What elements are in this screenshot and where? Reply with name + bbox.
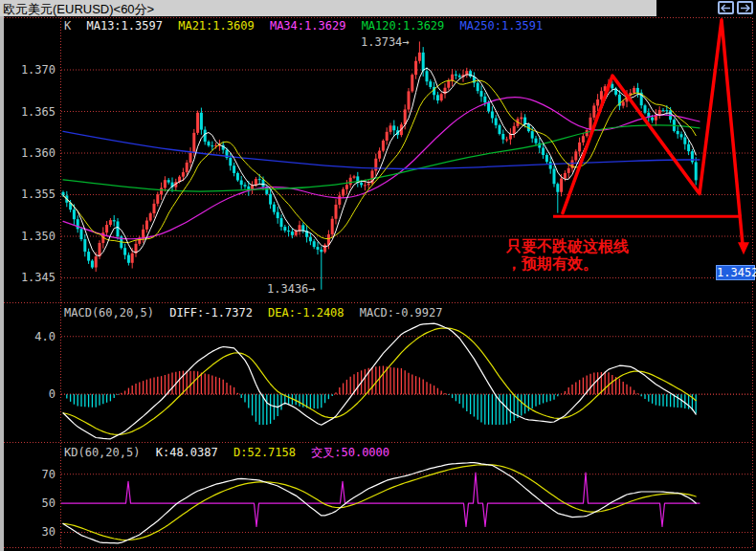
target-price-tag: 1.3452 — [716, 265, 755, 280]
main-axis-tick: 1.360 — [15, 146, 56, 160]
kd-legend: KD(60,20,5) K:48.0387 D:52.7158 交叉:50.00… — [64, 445, 398, 461]
kd-axis-tick: 30 — [15, 525, 56, 539]
kd-axis-tick: 70 — [15, 468, 56, 481]
analysis-note: 只要不跌破这根线 ，预期有效。 — [506, 238, 629, 273]
title-bar-right — [656, 0, 756, 16]
window-title: 欧元美元(EURUSD)<60分> — [3, 1, 154, 18]
legend-ma21: MA21:1.3609 — [178, 19, 254, 33]
macd-macd: MACD:-0.9927 — [360, 306, 443, 320]
analysis-note-line1: 只要不跌破这根线 — [506, 238, 629, 255]
legend-ma250: MA250:1.3591 — [460, 19, 544, 33]
scroll-right-button[interactable] — [737, 1, 753, 14]
main-axis-tick: 1.365 — [15, 105, 56, 119]
kd-cross: 交叉:50.0000 — [311, 446, 389, 459]
macd-axis-tick: 4.0 — [15, 330, 56, 343]
title-bar: 欧元美元(EURUSD)<60分> — [0, 0, 656, 16]
main-axis-tick: 1.345 — [15, 271, 56, 284]
macd-dea: DEA:-1.2408 — [268, 306, 344, 320]
main-chart-legend: K MA13:1.3597 MA21:1.3609 MA34:1.3629 MA… — [64, 19, 551, 33]
trough-price-annotation: 1.3436→ — [267, 282, 316, 296]
trading-app-window: 欧元美元(EURUSD)<60分> K MA13:1.3597 MA21:1.3… — [0, 0, 756, 551]
kd-name: KD(60,20,5) — [64, 446, 140, 459]
arrow-left-icon — [721, 4, 731, 12]
legend-ma13: MA13:1.3597 — [86, 19, 162, 33]
macd-axis-tick: 0 — [15, 387, 56, 401]
legend-ma120: MA120:1.3629 — [362, 19, 445, 33]
main-axis-tick: 1.350 — [15, 230, 56, 243]
macd-diff: DIFF:-1.7372 — [169, 306, 253, 320]
kd-d: D:52.7158 — [233, 446, 296, 459]
legend-k-label: K — [64, 19, 71, 33]
chart-canvas[interactable] — [0, 0, 756, 551]
kd-k: K:48.0387 — [156, 446, 218, 459]
main-axis-tick: 1.370 — [15, 63, 56, 77]
peak-price-annotation: 1.3734→ — [361, 35, 410, 49]
macd-legend: MACD(60,20,5) DIFF:-1.7372 DEA:-1.2408 M… — [64, 306, 452, 320]
analysis-note-line2: ，预期有效。 — [506, 255, 629, 273]
main-axis-tick: 1.355 — [15, 187, 56, 201]
scroll-left-button[interactable] — [718, 1, 734, 14]
kd-axis-tick: 50 — [15, 496, 56, 510]
legend-ma34: MA34:1.3629 — [270, 19, 345, 33]
arrow-right-icon — [740, 4, 750, 12]
window-frame-left — [0, 16, 4, 551]
macd-name: MACD(60,20,5) — [64, 306, 154, 320]
